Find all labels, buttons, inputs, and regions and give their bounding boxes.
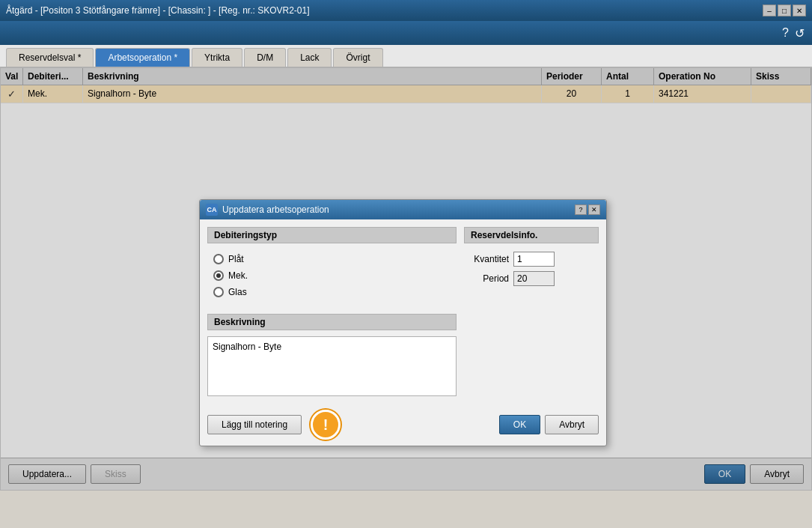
menu-bar: ? ↺ [0,21,812,45]
tab-ytrikta[interactable]: Ytrikta [192,48,242,67]
title-bar: Åtgärd - [Positon 3 Stötfångare främre] … [0,0,812,21]
beskrivning-text: Signalhorn - Byte [207,336,457,396]
dialog-footer: Lägg till notering ! OK Avbryt [200,404,606,446]
reservdelsinfo-header: Reservdelsinfo. [464,227,599,243]
close-button[interactable]: ✕ [793,4,806,16]
main-content: Val Debiteri... Beskrivning Perioder Ant… [0,67,812,491]
warning-icon-container: ! [311,410,341,440]
window-controls: – □ ✕ [763,4,806,16]
radio-label-mek: Mek. [228,270,248,281]
dialog-title-text: Uppdatera arbetsoperation [222,204,329,215]
kvantitet-input[interactable] [513,252,555,267]
warning-icon: ! [311,410,341,440]
radio-plat[interactable]: Plåt [213,254,451,264]
tab-dm[interactable]: D/M [244,48,286,67]
period-label: Period [464,273,509,284]
dialog-avbryt-button[interactable]: Avbryt [545,415,599,434]
radio-circle-glas [213,287,224,297]
dialog-left-panel: Debiteringstyp Plåt Mek. Glas [207,227,457,396]
window-title: Åtgärd - [Positon 3 Stötfångare främre] … [6,5,310,16]
tabs-bar: Reservdelsval * Arbetsoperation * Ytrikt… [0,45,812,67]
dialog-icon: CA [206,204,218,216]
radio-circle-plat [213,254,224,264]
reservdel-fields: Kvantitet Period [464,249,599,288]
dialog-ok-button[interactable]: OK [499,415,540,434]
dialog-help-button[interactable]: ? [575,204,587,215]
beskrivning-section: Beskrivning Signalhorn - Byte [207,314,457,396]
dialog-title-bar: CA Uppdatera arbetsoperation ? ✕ [200,200,606,219]
dialog-close-button[interactable]: ✕ [588,204,600,215]
dialog-footer-right: OK Avbryt [499,415,599,434]
tab-reservdelsval[interactable]: Reservdelsval * [6,48,94,67]
radio-label-plat: Plåt [228,254,244,264]
beskrivning-header: Beskrivning [207,314,457,330]
tab-ovrigt[interactable]: Övrigt [333,48,382,67]
help-icon[interactable]: ? [782,26,789,40]
tab-lack[interactable]: Lack [287,48,332,67]
dialog-update-operation: CA Uppdatera arbetsoperation ? ✕ Debiter… [199,199,607,446]
dialog-title-left: CA Uppdatera arbetsoperation [206,204,329,216]
period-input[interactable] [513,271,555,286]
radio-mek[interactable]: Mek. [213,270,451,281]
period-row: Period [464,269,599,288]
radio-circle-mek [213,270,224,281]
kvantitet-row: Kvantitet [464,249,599,269]
kvantitet-label: Kvantitet [464,254,509,264]
lagg-till-notering-button[interactable]: Lägg till notering [207,415,302,434]
minimize-button[interactable]: – [763,4,776,16]
dialog-right-panel: Reservdelsinfo. Kvantitet Period [464,227,599,396]
radio-glas[interactable]: Glas [213,287,451,297]
maximize-button[interactable]: □ [778,4,791,16]
radio-label-glas: Glas [228,287,247,297]
tab-arbetsoperation[interactable]: Arbetsoperation * [95,48,190,67]
radio-group-debiteringstyp: Plåt Mek. Glas [207,249,457,302]
dialog-footer-left: Lägg till notering ! [207,410,341,440]
debiteringstyp-header: Debiteringstyp [207,227,457,243]
back-icon[interactable]: ↺ [795,26,805,40]
dialog-controls: ? ✕ [575,204,600,215]
dialog-body: Debiteringstyp Plåt Mek. Glas [200,219,606,404]
